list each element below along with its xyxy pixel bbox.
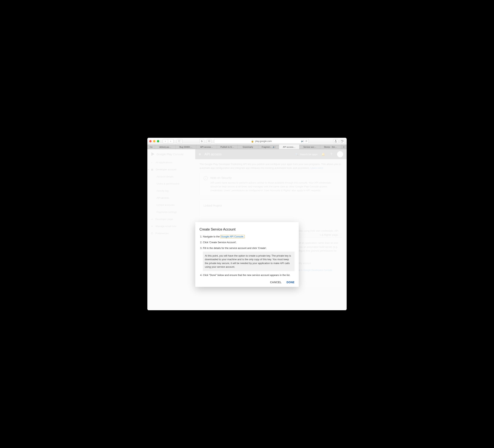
page-content: Google Play Console ← All applications ▾… [147,149,347,310]
close-window-button[interactable] [149,140,152,142]
share-button[interactable] [333,139,338,143]
tab-3[interactable]: API access… [197,145,217,149]
tab-4[interactable]: Publish to G… [217,145,238,149]
google-api-console-link[interactable]: Google API Console. [220,235,245,238]
browser-window: ‹ › G ⓘ 🔒 play.google.com 🔈) ⟳ Co delive… [147,138,347,310]
step-2: Click 'Create Service Account'. [203,241,295,244]
tab-8[interactable]: Service acc… [299,145,320,149]
minimize-window-button[interactable] [153,140,155,142]
address-bar[interactable]: 🔒 play.google.com 🔈) ⟳ [214,139,309,144]
tab-1[interactable]: delivery.ac… [155,145,176,149]
step-4: Click "Done" below and ensure that the n… [203,274,295,277]
traffic-lights [149,140,159,142]
step-3-callout: At this point, you will have the option … [203,252,295,271]
lock-icon: 🔒 [251,140,254,143]
tabstrip: Co delivery.ac… Bug 59400:… API access… … [147,145,347,149]
show-sidebar-button[interactable] [177,139,183,143]
create-service-account-dialog: Create Service Account Navigate to the G… [195,222,299,287]
tab-6[interactable]: Fragmen…🔈) [258,145,279,149]
done-button[interactable]: DONE [286,281,295,284]
extension-icon[interactable]: ⓘ [207,139,211,143]
cancel-button[interactable]: CANCEL [270,281,282,284]
sound-icon: 🔈) [273,146,275,148]
step-1: Navigate to the Google API Console. [203,235,295,238]
grammarly-extension-icon[interactable]: G [199,139,204,143]
forward-button[interactable]: › [168,139,173,143]
reload-button[interactable]: ⟳ [306,140,307,143]
tab-0[interactable]: Co [147,145,155,149]
new-tab-button[interactable]: + [341,145,347,149]
sound-indicator-icon[interactable]: 🔈) [301,140,304,142]
maximize-window-button[interactable] [157,140,159,142]
address-text: play.google.com [255,140,272,143]
svg-rect-3 [341,141,343,142]
titlebar: ‹ › G ⓘ 🔒 play.google.com 🔈) ⟳ [147,138,347,145]
show-tabs-button[interactable] [340,139,345,143]
tab-5[interactable]: Grammarly [238,145,258,149]
step-3: Fill in the details for the service acco… [203,246,295,271]
svg-rect-0 [178,140,181,142]
back-button[interactable]: ‹ [163,139,168,143]
dialog-title: Create Service Account [199,227,295,231]
tab-7[interactable]: API access… [279,145,300,149]
tab-2[interactable]: Bug 59400:… [176,145,197,149]
tab-9[interactable]: Stores · Sm… [320,145,341,149]
